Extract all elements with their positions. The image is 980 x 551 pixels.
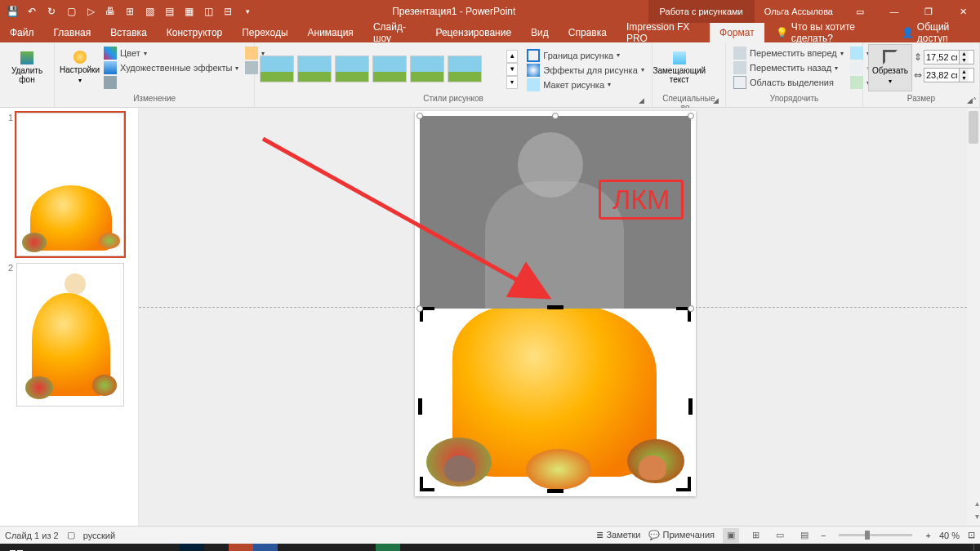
scrollbar-thumb[interactable] — [969, 111, 978, 144]
crop-button[interactable]: Обрезать▾ — [868, 44, 912, 91]
normal-view-icon[interactable]: ▣ — [723, 528, 739, 543]
sorter-view-icon[interactable]: ⊞ — [747, 528, 764, 543]
collapse-ribbon-icon[interactable]: ˄ — [973, 96, 977, 105]
selection-handle[interactable] — [416, 305, 423, 312]
zoom-in-icon[interactable]: + — [925, 531, 930, 540]
dialog-launcher-icon[interactable]: ◢ — [637, 96, 647, 106]
qat-icon[interactable]: ▤ — [160, 2, 178, 20]
crop-handle[interactable] — [547, 489, 564, 493]
fit-slide-icon[interactable]: ⊡ — [968, 530, 975, 540]
taskbar-app[interactable]: 📁 — [131, 544, 155, 551]
tab-file[interactable]: Файл — [0, 23, 44, 42]
taskbar-app[interactable]: ◉ — [327, 544, 351, 551]
slide-editor[interactable]: ЛКМ ▴ ▾ — [139, 108, 980, 526]
search-icon[interactable]: 🔍 — [33, 544, 57, 551]
crop-handle[interactable] — [420, 477, 434, 491]
tray-volume-icon[interactable]: 🔊 — [848, 547, 862, 552]
slide-thumbnails-pane[interactable]: 1 2 — [0, 108, 139, 526]
selection-handle[interactable] — [416, 113, 423, 119]
style-thumb[interactable] — [448, 56, 482, 82]
alt-text-button[interactable]: Замещающий текст — [657, 44, 702, 91]
taskbar-app-word[interactable]: W — [253, 544, 278, 551]
save-icon[interactable]: 💾 — [3, 2, 21, 20]
taskbar-app[interactable]: ◉ — [82, 544, 106, 551]
picture-layout-button[interactable]: Макет рисунка ▾ — [524, 78, 646, 92]
show-desktop-button[interactable] — [973, 544, 978, 551]
zoom-level[interactable]: 40 % — [939, 531, 960, 540]
selection-handle[interactable] — [688, 305, 694, 312]
qat-icon[interactable]: ◫ — [199, 2, 217, 20]
spin-down-icon[interactable]: ▼ — [959, 75, 969, 82]
tray-network-icon[interactable]: 📶 — [831, 547, 846, 552]
taskbar-app-excel[interactable]: X — [376, 544, 400, 551]
tab-review[interactable]: Рецензирование — [425, 23, 521, 42]
tab-slideshow[interactable]: Слайд-шоу — [363, 23, 426, 42]
spin-down-icon[interactable]: ▼ — [959, 57, 969, 64]
selection-handle[interactable] — [688, 113, 694, 119]
artistic-effects-button[interactable]: Художественные эффекты ▾ — [101, 60, 241, 75]
taskbar-app-edge[interactable]: e — [400, 544, 425, 551]
comments-button[interactable]: 💬 Примечания — [648, 530, 715, 540]
taskbar-app[interactable]: ▭ — [57, 544, 82, 551]
redo-icon[interactable]: ↻ — [42, 2, 60, 20]
style-thumb[interactable] — [335, 56, 369, 82]
picture-styles-gallery[interactable] — [260, 56, 505, 82]
crop-handle[interactable] — [676, 477, 691, 491]
new-icon[interactable]: ▢ — [62, 2, 80, 20]
tab-insert[interactable]: Вставка — [100, 23, 157, 42]
restore-icon[interactable]: ❐ — [911, 0, 946, 23]
from-beginning-icon[interactable]: ▷ — [82, 2, 100, 20]
spellcheck-icon[interactable]: ▢ — [67, 530, 75, 540]
tab-design[interactable]: Конструктор — [157, 23, 232, 42]
next-slide-icon[interactable]: ▾ — [975, 512, 979, 521]
tab-home[interactable]: Главная — [44, 23, 101, 42]
crop-handle[interactable] — [547, 305, 564, 309]
close-icon[interactable]: ✕ — [946, 0, 980, 23]
spin-up-icon[interactable]: ▲ — [959, 69, 969, 75]
share-button[interactable]: 👤Общий доступ — [892, 21, 980, 44]
selection-pane-button[interactable]: Область выделения — [731, 75, 846, 90]
gallery-down-icon[interactable]: ▼ — [506, 63, 518, 76]
style-thumb[interactable] — [260, 56, 294, 82]
undo-icon[interactable]: ↶ — [23, 2, 41, 20]
qat-icon[interactable]: ▦ — [180, 2, 198, 20]
height-input[interactable]: ▲▼ — [924, 50, 974, 64]
compress-pictures-button[interactable] — [101, 75, 241, 90]
qat-icon[interactable]: ⊞ — [121, 2, 139, 20]
reading-view-icon[interactable]: ▭ — [772, 528, 788, 543]
taskbar-app[interactable]: ◆ — [302, 544, 327, 551]
crop-handle[interactable] — [418, 398, 422, 415]
tab-format[interactable]: Формат — [710, 23, 764, 42]
minimize-icon[interactable]: — — [877, 0, 911, 23]
zoom-out-icon[interactable]: − — [821, 531, 826, 540]
tray-chevron-icon[interactable]: ˄ — [799, 547, 813, 552]
tab-view[interactable]: Вид — [521, 23, 559, 42]
slide-counter[interactable]: Слайд 1 из 2 — [5, 531, 59, 540]
tray-notifications-icon[interactable]: 💬 — [957, 547, 972, 552]
start-button[interactable] — [0, 544, 33, 551]
language-indicator[interactable]: русский — [83, 531, 115, 540]
tray-battery-icon[interactable]: 🔋 — [864, 547, 879, 552]
tray-keyboard-icon[interactable]: ⌨ — [880, 547, 895, 552]
notes-button[interactable]: ≣ Заметки — [596, 530, 640, 540]
remove-background-button[interactable]: Удалить фон — [5, 44, 49, 91]
gallery-up-icon[interactable]: ▲ — [506, 50, 518, 63]
slide-thumbnail-1[interactable]: 1 — [3, 113, 135, 256]
qat-icon[interactable]: ⊟ — [219, 2, 237, 20]
color-button[interactable]: Цвет ▾ — [101, 46, 241, 60]
dialog-launcher-icon[interactable]: ◢ — [710, 96, 720, 106]
vertical-scrollbar[interactable] — [967, 108, 980, 526]
slideshow-view-icon[interactable]: ▤ — [796, 528, 813, 543]
width-input[interactable]: ▲▼ — [924, 68, 974, 82]
tab-transitions[interactable]: Переходы — [232, 23, 297, 42]
tab-help[interactable]: Справка — [559, 23, 617, 42]
taskbar-app[interactable]: Y — [155, 544, 180, 551]
style-thumb[interactable] — [297, 56, 332, 82]
quick-print-icon[interactable]: 🖶 — [101, 2, 119, 20]
tray-onedrive-icon[interactable]: ☁ — [815, 547, 830, 552]
qat-icon[interactable]: ▧ — [140, 2, 158, 20]
selection-handle[interactable] — [552, 113, 559, 119]
tell-me-search[interactable]: 💡Что вы хотите сделать? — [764, 21, 892, 44]
slide-canvas[interactable] — [415, 111, 696, 496]
zoom-slider[interactable] — [839, 534, 912, 536]
